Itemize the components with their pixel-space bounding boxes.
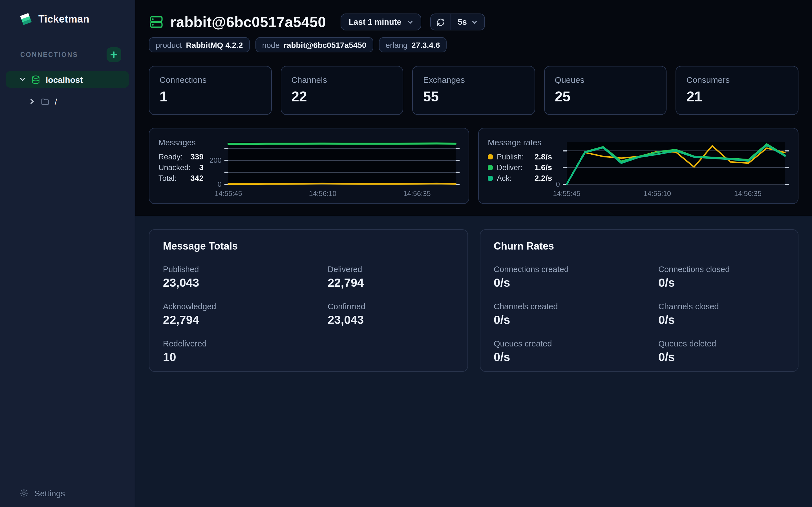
svg-text:200: 200 <box>209 156 221 165</box>
svg-text:14:55:45: 14:55:45 <box>553 189 580 198</box>
sidebar-item-localhost[interactable]: localhost <box>6 71 129 88</box>
message-totals-panel: Message Totals Published 23,043 Delivere… <box>149 229 468 372</box>
connections-tree: localhost / <box>6 71 129 110</box>
sidebar: Ticketman CONNECTIONS l <box>0 0 135 507</box>
messages-chart-legend: Messages Ready: 339 Unacked: 3 T <box>158 138 204 199</box>
metric-channels-closed: Channels closed 0/s <box>658 302 784 327</box>
stat-card-connections: Connections 1 <box>149 66 271 115</box>
refresh-controls: 5s <box>430 13 485 31</box>
deliver-color-chip <box>488 165 493 170</box>
stat-card-exchanges: Exchanges 55 <box>412 66 535 115</box>
publish-color-chip <box>488 154 493 159</box>
message-rates-chart-legend: Message rates Publish: 2.8/s Deliver: 1.… <box>488 138 552 199</box>
app-name: Ticketman <box>38 13 89 25</box>
totals-section: Message Totals Published 23,043 Delivere… <box>135 216 812 507</box>
server-icon <box>149 15 163 29</box>
refresh-interval-value: 5s <box>458 17 467 26</box>
refresh-icon <box>437 18 445 26</box>
legend-ready: Ready: 339 <box>158 152 204 161</box>
add-connection-button[interactable] <box>107 47 121 62</box>
svg-text:14:56:10: 14:56:10 <box>644 189 671 198</box>
panel-title: Message Totals <box>163 240 454 252</box>
chevron-right-icon <box>29 98 36 105</box>
connections-section: CONNECTIONS <box>6 47 129 62</box>
refresh-interval-selector[interactable]: 5s <box>451 14 485 30</box>
app-window: Ticketman CONNECTIONS l <box>0 0 812 507</box>
messages-line-chart: 200014:55:4514:56:1014:56:35 <box>204 138 460 199</box>
chart-title: Messages <box>158 138 204 147</box>
chevron-down-icon <box>407 19 413 25</box>
database-icon <box>31 75 41 84</box>
stat-cards: Connections 1 Channels 22 Exchanges 55 Q… <box>149 66 799 115</box>
chevron-down-icon <box>471 19 477 25</box>
gear-icon <box>19 489 29 498</box>
metric-acknowledged: Acknowledged 22,794 <box>163 302 327 327</box>
svg-text:14:55:45: 14:55:45 <box>214 189 242 198</box>
settings-label: Settings <box>35 489 65 498</box>
connections-section-label: CONNECTIONS <box>20 51 78 58</box>
svg-text:14:56:10: 14:56:10 <box>309 189 336 198</box>
message-rates-chart: 014:55:4514:56:1014:56:35 <box>552 138 789 199</box>
overview-section: rabbit@6bc0517a5450 Last 1 minute <box>135 0 812 216</box>
churn-rates-panel: Churn Rates Connections created 0/s Conn… <box>479 229 799 372</box>
layers-logo-icon <box>19 12 33 26</box>
svg-text:0: 0 <box>218 180 221 188</box>
metric-connections-closed: Connections closed 0/s <box>658 265 784 290</box>
metric-queues-created: Queues created 0/s <box>494 339 658 364</box>
legend-ack: Ack: 2.2/s <box>488 173 552 182</box>
stat-card-channels: Channels 22 <box>281 66 403 115</box>
app-logo: Ticketman <box>6 10 129 28</box>
sidebar-item-vhost[interactable]: / <box>6 93 129 110</box>
message-rates-line-chart: 014:55:4514:56:1014:56:35 <box>552 138 789 199</box>
ack-color-chip <box>488 175 493 180</box>
time-range-selector[interactable]: Last 1 minute <box>341 13 421 31</box>
metric-redelivered: Redelivered 10 <box>163 339 327 364</box>
legend-unacked: Unacked: 3 <box>158 163 204 172</box>
metric-queues-deleted: Queues deleted 0/s <box>658 339 784 364</box>
chart-title: Message rates <box>488 138 552 147</box>
node-header: rabbit@6bc0517a5450 Last 1 minute <box>149 13 799 31</box>
legend-total: Total: 342 <box>158 173 204 182</box>
metric-delivered: Delivered 22,794 <box>327 265 454 290</box>
stat-card-consumers: Consumers 21 <box>676 66 799 115</box>
messages-chart-panel: Messages Ready: 339 Unacked: 3 T <box>149 128 469 204</box>
main-content: rabbit@6bc0517a5450 Last 1 minute <box>135 0 812 507</box>
connection-label: localhost <box>46 75 83 84</box>
time-range-value: Last 1 minute <box>349 17 402 26</box>
metric-confirmed: Confirmed 23,043 <box>327 302 454 327</box>
settings-button[interactable]: Settings <box>6 489 129 498</box>
messages-chart: 200014:55:4514:56:1014:56:35 <box>204 138 460 199</box>
folder-icon <box>41 97 50 106</box>
chevron-down-icon <box>19 76 26 83</box>
svg-text:0: 0 <box>556 180 560 188</box>
refresh-button[interactable] <box>431 14 451 30</box>
vhost-label: / <box>55 97 57 106</box>
legend-publish: Publish: 2.8/s <box>488 152 552 161</box>
legend-deliver: Deliver: 1.6/s <box>488 163 552 172</box>
node-badge: node rabbit@6bc0517a5450 <box>255 37 373 52</box>
metric-channels-created: Channels created 0/s <box>494 302 658 327</box>
product-badge: product RabbitMQ 4.2.2 <box>149 37 250 52</box>
panel-title: Churn Rates <box>494 240 784 252</box>
plus-icon <box>110 51 118 59</box>
stat-card-queues: Queues 25 <box>544 66 667 115</box>
page-title: rabbit@6bc0517a5450 <box>170 13 326 31</box>
svg-text:14:56:35: 14:56:35 <box>403 189 430 198</box>
erlang-badge: erlang 27.3.4.6 <box>379 37 447 52</box>
metric-published: Published 23,043 <box>163 265 327 290</box>
svg-text:14:56:35: 14:56:35 <box>734 189 762 198</box>
message-rates-chart-panel: Message rates Publish: 2.8/s Deliver: 1.… <box>478 128 799 204</box>
charts-row: Messages Ready: 339 Unacked: 3 T <box>149 128 799 204</box>
node-badges: product RabbitMQ 4.2.2 node rabbit@6bc05… <box>149 37 799 52</box>
metric-connections-created: Connections created 0/s <box>494 265 658 290</box>
